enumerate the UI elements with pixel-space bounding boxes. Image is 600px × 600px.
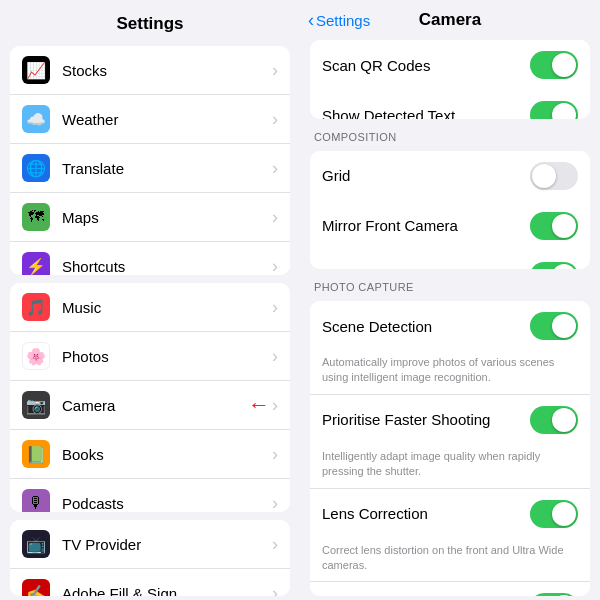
right-item-smart-hdr[interactable]: Smart HDR→	[310, 582, 590, 596]
tvprovider-label: TV Provider	[62, 536, 272, 553]
photos-icon: 🌸	[22, 342, 50, 370]
books-label: Books	[62, 446, 272, 463]
toggle-switch[interactable]	[530, 51, 578, 79]
right-item-prioritise[interactable]: Prioritise Faster Shooting	[310, 395, 590, 445]
toggle-switch[interactable]	[530, 101, 578, 119]
settings-group-2: 🎵Music›🌸Photos›📷Camera←›📗Books›🎙Podcasts…	[10, 283, 290, 512]
scan-qr-label: Scan QR Codes	[322, 57, 530, 74]
settings-item-stocks[interactable]: 📈Stocks›	[10, 46, 290, 95]
settings-item-photos[interactable]: 🌸Photos›	[10, 332, 290, 381]
photos-label: Photos	[62, 348, 272, 365]
toggle-knob	[552, 408, 576, 432]
settings-item-maps[interactable]: 🗺Maps›	[10, 193, 290, 242]
photo-capture-header: PHOTO CAPTURE	[300, 273, 600, 297]
chevron-right-icon: ›	[272, 207, 278, 228]
composition-header: COMPOSITION	[300, 123, 600, 147]
shortcuts-label: Shortcuts	[62, 258, 272, 275]
settings-group-1: 📈Stocks›☁️Weather›🌐Translate›🗺Maps›⚡Shor…	[10, 46, 290, 275]
right-item-lens[interactable]: Lens Correction	[310, 489, 590, 539]
chevron-right-icon: ›	[272, 444, 278, 465]
settings-item-podcasts[interactable]: 🎙Podcasts›	[10, 479, 290, 512]
toggle-knob	[552, 314, 576, 338]
podcasts-label: Podcasts	[62, 495, 272, 512]
toggle-switch[interactable]	[530, 593, 578, 596]
toggle-switch[interactable]	[530, 500, 578, 528]
prioritise-subtext: Intelligently adapt image quality when r…	[310, 445, 590, 489]
right-item-wrapper-prioritise: Prioritise Faster ShootingIntelligently …	[310, 395, 590, 489]
maps-icon: 🗺	[22, 203, 50, 231]
chevron-right-icon: ›	[272, 158, 278, 179]
lens-label: Lens Correction	[322, 505, 530, 522]
right-item-view-frame[interactable]: View Outside the Frame	[310, 251, 590, 269]
books-icon: 📗	[22, 440, 50, 468]
right-group-photo: Scene DetectionAutomatically improve pho…	[310, 301, 590, 596]
weather-icon: ☁️	[22, 105, 50, 133]
toggle-knob	[552, 264, 576, 269]
toggle-knob	[532, 164, 556, 188]
right-item-wrapper-grid: Grid	[310, 151, 590, 201]
right-item-show-text[interactable]: Show Detected Text	[310, 90, 590, 119]
settings-item-books[interactable]: 📗Books›	[10, 430, 290, 479]
toggle-switch[interactable]	[530, 312, 578, 340]
toggle-switch[interactable]	[530, 162, 578, 190]
adobefill-label: Adobe Fill & Sign	[62, 585, 272, 596]
toggle-knob	[552, 103, 576, 119]
music-icon: 🎵	[22, 293, 50, 321]
right-item-wrapper-smart-hdr: Smart HDR→Smart HDR intelligently blends…	[310, 582, 590, 596]
left-panel: Settings 📈Stocks›☁️Weather›🌐Translate›🗺M…	[0, 0, 300, 600]
settings-item-translate[interactable]: 🌐Translate›	[10, 144, 290, 193]
settings-title: Settings	[0, 0, 300, 42]
right-panel: ‹ Settings Camera Scan QR CodesShow Dete…	[300, 0, 600, 600]
toggle-knob	[552, 502, 576, 526]
right-item-scan-qr[interactable]: Scan QR Codes	[310, 40, 590, 90]
right-item-wrapper-lens: Lens CorrectionCorrect lens distortion o…	[310, 489, 590, 583]
right-item-scene-detection[interactable]: Scene Detection	[310, 301, 590, 351]
mirror-label: Mirror Front Camera	[322, 217, 530, 234]
toggle-knob	[552, 214, 576, 238]
right-item-mirror[interactable]: Mirror Front Camera	[310, 201, 590, 251]
settings-group-3: 📺TV Provider›✍️Adobe Fill & Sign›	[10, 520, 290, 596]
settings-item-shortcuts[interactable]: ⚡Shortcuts›	[10, 242, 290, 275]
chevron-right-icon: ›	[272, 256, 278, 276]
tvprovider-icon: 📺	[22, 530, 50, 558]
music-label: Music	[62, 299, 272, 316]
chevron-right-icon: ›	[272, 297, 278, 318]
toggle-switch[interactable]	[530, 212, 578, 240]
right-item-wrapper-show-text: Show Detected Text	[310, 90, 590, 119]
scene-detection-subtext: Automatically improve photos of various …	[310, 351, 590, 395]
right-item-wrapper-scene-detection: Scene DetectionAutomatically improve pho…	[310, 301, 590, 395]
settings-item-music[interactable]: 🎵Music›	[10, 283, 290, 332]
back-button[interactable]: ‹ Settings	[308, 10, 370, 31]
chevron-right-icon: ›	[272, 60, 278, 81]
settings-item-weather[interactable]: ☁️Weather›	[10, 95, 290, 144]
right-group-top: Scan QR CodesShow Detected Text	[310, 40, 590, 119]
toggle-knob	[552, 53, 576, 77]
back-chevron-icon: ‹	[308, 10, 314, 31]
chevron-right-icon: ›	[272, 109, 278, 130]
shortcuts-icon: ⚡	[22, 252, 50, 275]
toggle-switch[interactable]	[530, 262, 578, 269]
grid-label: Grid	[322, 167, 530, 184]
toggle-switch[interactable]	[530, 406, 578, 434]
chevron-right-icon: ›	[272, 583, 278, 596]
camera-label: Camera	[62, 397, 248, 414]
right-header: ‹ Settings Camera	[300, 0, 600, 36]
right-item-grid[interactable]: Grid	[310, 151, 590, 201]
right-group-composition: GridMirror Front CameraView Outside the …	[310, 151, 590, 269]
settings-item-adobefill[interactable]: ✍️Adobe Fill & Sign›	[10, 569, 290, 596]
right-item-wrapper-mirror: Mirror Front Camera	[310, 201, 590, 251]
weather-label: Weather	[62, 111, 272, 128]
chevron-right-icon: ›	[272, 493, 278, 513]
scene-detection-label: Scene Detection	[322, 318, 530, 335]
settings-item-camera[interactable]: 📷Camera←›	[10, 381, 290, 430]
toggle-knob	[552, 595, 576, 596]
adobefill-icon: ✍️	[22, 579, 50, 596]
stocks-label: Stocks	[62, 62, 272, 79]
podcasts-icon: 🎙	[22, 489, 50, 512]
right-item-wrapper-scan-qr: Scan QR Codes	[310, 40, 590, 90]
red-annotation-arrow: ←	[248, 392, 270, 418]
lens-subtext: Correct lens distortion on the front and…	[310, 539, 590, 583]
settings-item-tvprovider[interactable]: 📺TV Provider›	[10, 520, 290, 569]
camera-icon: 📷	[22, 391, 50, 419]
show-text-label: Show Detected Text	[322, 107, 530, 119]
